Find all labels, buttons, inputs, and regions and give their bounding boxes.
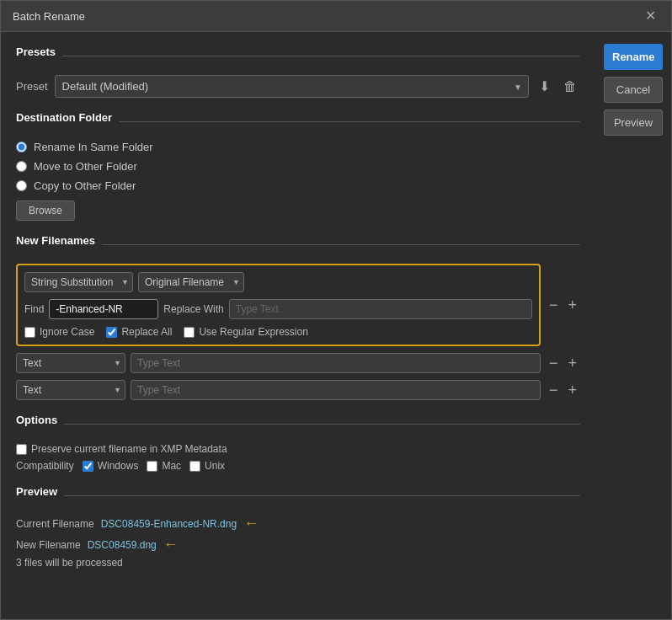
mac-label: Mac [162,460,181,472]
new-filename-line: New Filename DSC08459.dng ← [16,536,580,553]
add-row0-button[interactable]: + [564,297,580,313]
preset-select-wrap: Default (Modified) ▼ [55,75,529,98]
radio-same-folder[interactable]: Rename In Same Folder [16,141,580,153]
sidebar: Rename Cancel Preview [595,32,671,619]
remove-row2-button[interactable]: − [546,382,562,398]
substitution-source-select[interactable]: Original Filename [138,272,244,292]
row2-controls: − + [546,382,580,398]
preset-select[interactable]: Default (Modified) [55,75,529,98]
row1-type-wrap: Text ▼ [16,353,125,373]
row2-type-wrap: Text ▼ [16,380,125,400]
radio-move-folder-label: Move to Other Folder [34,160,137,173]
arrow-icon: ← [243,515,259,532]
radio-move-folder[interactable]: Move to Other Folder [16,160,580,173]
find-label: Find [24,303,44,315]
unix-label: Unix [205,460,225,472]
options-section: Options Preserve current filename in XMP… [16,414,580,472]
compatibility-row: Compatibility Windows Mac Unix [16,460,580,472]
current-filename-line: Current Filename DSC08459-Enhanced-NR.dn… [16,515,580,532]
ignore-case-label: Ignore Case [40,326,94,338]
row1-text-input[interactable] [131,353,541,373]
row2-text-input[interactable] [131,380,541,400]
row1-controls: − + [546,355,580,371]
destination-header: Destination Folder [16,111,580,132]
new-filename-label: New Filename [16,539,81,551]
row2-type-select[interactable]: Text [16,380,125,400]
filename-row-1: Text ▼ − + [16,353,580,373]
preserve-xmp-checkbox[interactable]: Preserve current filename in XMP Metadat… [16,443,580,455]
radio-same-folder-label: Rename In Same Folder [34,141,153,153]
find-input[interactable] [49,299,158,319]
remove-row0-button[interactable]: − [546,297,562,313]
batch-rename-dialog: Batch Rename ✕ Presets Preset Default (M… [0,0,672,620]
replace-label: Replace With [163,303,223,315]
add-row2-button[interactable]: + [564,382,580,398]
remove-row1-button[interactable]: − [546,355,562,371]
preview-title: Preview [16,485,57,498]
replace-all-label: Replace All [121,326,172,338]
preset-row: Preset Default (Modified) ▼ ⬇ 🗑 [16,75,580,98]
cancel-button[interactable]: Cancel [604,77,663,103]
current-filename-value: DSC08459-Enhanced-NR.dng [101,518,237,530]
replace-all-checkbox[interactable]: Replace All [106,326,172,338]
new-filenames-section: New Filenames String Substitution ▼ [16,234,580,400]
substitution-dropdowns-row: String Substitution ▼ Original Filename … [24,272,532,292]
preset-label: Preset [16,80,48,93]
substitution-type-select[interactable]: String Substitution [24,272,133,292]
add-row1-button[interactable]: + [564,355,580,371]
dialog-title: Batch Rename [13,10,85,23]
main-content: Presets Preset Default (Modified) ▼ ⬇ 🗑 [1,32,595,619]
files-processed-label: 3 files will be processed [16,557,580,569]
new-filename-value: DSC08459.dng [88,539,157,551]
row0-controls: − + [546,297,580,313]
browse-button[interactable]: Browse [16,200,75,221]
filename-row-0: String Substitution ▼ Original Filename … [16,264,580,346]
find-replace-row: Find Replace With [24,299,532,319]
mac-checkbox[interactable]: Mac [147,460,181,472]
windows-checkbox[interactable]: Windows [83,460,139,472]
preview-section: Preview Current Filename DSC08459-Enhanc… [16,485,580,569]
rename-button[interactable]: Rename [604,44,663,70]
use-regex-checkbox[interactable]: Use Regular Expression [184,326,307,338]
filenames-header: New Filenames [16,234,580,255]
use-regex-label: Use Regular Expression [199,326,307,338]
destination-title: Destination Folder [16,111,112,124]
substitution-box: String Substitution ▼ Original Filename … [16,264,541,346]
destination-radio-group: Rename In Same Folder Move to Other Fold… [16,141,580,192]
preview-header: Preview [16,485,580,506]
save-preset-button[interactable]: ⬇ [536,77,553,96]
filename-row-2: Text ▼ − + [16,380,580,400]
dialog-body: Presets Preset Default (Modified) ▼ ⬇ 🗑 [1,32,671,619]
close-button[interactable]: ✕ [642,9,659,23]
destination-folder-section: Destination Folder Rename In Same Folder… [16,111,580,221]
compatibility-label: Compatibility [16,460,74,472]
substitution-options-row: Ignore Case Replace All Use Regular Expr… [24,326,532,338]
title-bar: Batch Rename ✕ [1,1,671,32]
preserve-xmp-label: Preserve current filename in XMP Metadat… [31,443,227,455]
radio-copy-folder-label: Copy to Other Folder [34,179,136,192]
substitution-type-wrap: String Substitution ▼ [24,272,133,292]
windows-label: Windows [98,460,139,472]
options-header: Options [16,414,580,435]
radio-copy-folder[interactable]: Copy to Other Folder [16,179,580,192]
unix-checkbox[interactable]: Unix [189,460,225,472]
presets-header: Presets [16,45,580,67]
options-title: Options [16,414,57,426]
ignore-case-checkbox[interactable]: Ignore Case [24,326,94,338]
replace-input[interactable] [229,299,532,319]
filenames-title: New Filenames [16,234,95,247]
arrow-icon-2: ← [163,536,179,553]
row1-type-select[interactable]: Text [16,353,125,373]
current-filename-label: Current Filename [16,518,94,530]
substitution-source-wrap: Original Filename ▼ [138,272,244,292]
presets-section: Presets Preset Default (Modified) ▼ ⬇ 🗑 [16,45,580,98]
preview-button[interactable]: Preview [604,110,663,136]
delete-preset-button[interactable]: 🗑 [560,78,580,96]
presets-title: Presets [16,45,56,58]
